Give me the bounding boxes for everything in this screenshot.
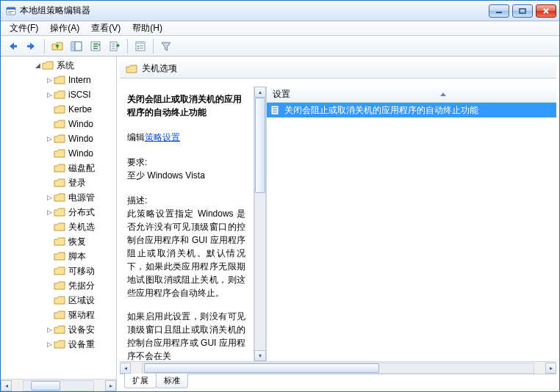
expander-expand-icon[interactable]: ▷ <box>45 208 54 216</box>
back-button[interactable] <box>4 37 21 55</box>
expander-expand-icon[interactable]: ▷ <box>45 76 54 84</box>
svg-rect-9 <box>71 42 75 51</box>
tree-item[interactable]: Windo <box>1 117 116 131</box>
scroll-left-button[interactable]: ◂ <box>1 380 12 391</box>
tree-label: 分布式 <box>68 206 95 219</box>
tree-item[interactable]: ▷分布式 <box>1 205 116 219</box>
tree-label: Kerbe <box>68 104 92 115</box>
folder-icon <box>54 178 65 188</box>
menu-action[interactable]: 操作(A) <box>44 21 85 36</box>
tree-label: 设备重 <box>68 338 95 351</box>
tree-label: Windo <box>68 134 93 144</box>
expander-expand-icon[interactable]: ▷ <box>45 135 54 142</box>
tree-item[interactable]: 登录 <box>1 175 116 190</box>
tree-item[interactable]: 磁盘配 <box>1 161 116 175</box>
menubar: 文件(F) 操作(A) 查看(V) 帮助(H) <box>1 21 559 36</box>
scroll-thumb[interactable] <box>255 98 265 193</box>
titlebar: 本地组策略编辑器 <box>1 1 559 21</box>
svg-rect-21 <box>273 109 277 111</box>
tree-label: 区域设 <box>68 294 95 307</box>
window-title: 本地组策略编辑器 <box>20 4 489 17</box>
filter-button[interactable] <box>157 37 175 55</box>
scroll-track[interactable] <box>142 363 534 374</box>
scroll-thumb[interactable] <box>31 381 60 391</box>
close-button[interactable] <box>536 4 556 18</box>
list-body[interactable]: 关闭会阻止或取消关机的应用程序的自动终止功能 <box>267 103 556 361</box>
tree-item[interactable]: ▷Intern <box>1 73 116 87</box>
show-hide-tree-button[interactable] <box>68 37 85 55</box>
tree-item[interactable]: 关机选 <box>1 219 116 234</box>
properties-button[interactable] <box>132 37 149 55</box>
maximize-button[interactable] <box>512 4 533 18</box>
menu-help[interactable]: 帮助(H) <box>126 21 168 36</box>
minimize-button[interactable] <box>489 4 509 18</box>
scroll-right-button[interactable]: ▸ <box>545 363 556 374</box>
tree-label: Windo <box>68 148 93 159</box>
menu-file[interactable]: 文件(F) <box>4 21 44 36</box>
tree-label: 凭据分 <box>68 280 95 292</box>
tree-label: 脚本 <box>68 250 86 263</box>
breadcrumb: 关机选项 <box>120 59 556 79</box>
description-paragraph-2: 如果启用此设置，则没有可见顶级窗口且阻止或取消关机的控制台应用程序或 GUI 应… <box>127 310 245 361</box>
tree-item[interactable]: 可移动 <box>1 264 116 278</box>
expander-expand-icon[interactable]: ▷ <box>45 91 54 98</box>
folder-icon <box>54 104 65 115</box>
forward-button[interactable] <box>23 37 40 55</box>
tree-item[interactable]: ▷Windo <box>1 131 116 146</box>
expander-collapse-icon[interactable]: ◢ <box>33 62 42 69</box>
tab-standard[interactable]: 标准 <box>156 374 188 388</box>
export-list-button[interactable] <box>106 37 123 55</box>
description-vertical-scrollbar[interactable]: ▴ ▾ <box>254 87 266 361</box>
edit-policy-link[interactable]: 策略设置 <box>145 132 180 142</box>
folder-icon <box>54 148 65 159</box>
scroll-track[interactable] <box>23 380 94 391</box>
tree-horizontal-scrollbar[interactable]: ◂ ▸ <box>1 379 116 391</box>
tree-item[interactable]: Kerbe <box>1 102 116 117</box>
folder-up-button[interactable] <box>49 37 66 55</box>
expander-expand-icon[interactable]: ▷ <box>45 326 54 333</box>
content-row: 关闭会阻止或取消关机的应用程序的自动终止功能 编辑策略设置 要求: 至少 Win… <box>120 86 556 361</box>
folder-icon <box>54 251 65 261</box>
tree-label: 系统 <box>57 59 74 72</box>
tree-item[interactable]: 凭据分 <box>1 278 116 293</box>
scroll-up-button[interactable]: ▴ <box>254 87 266 98</box>
folder-icon <box>54 90 65 100</box>
svg-rect-16 <box>140 46 143 46</box>
tree-item[interactable]: 驱动程 <box>1 308 116 322</box>
expander-expand-icon[interactable]: ▷ <box>45 341 54 348</box>
app-icon <box>5 5 17 17</box>
tree-label: Windo <box>68 119 93 129</box>
tree-item[interactable]: 区域设 <box>1 293 116 308</box>
tab-extended[interactable]: 扩展 <box>124 374 157 388</box>
folder-icon <box>54 339 65 349</box>
tree-scroll[interactable]: ◢ 系统 ▷Intern▷iSCSIKerbeWindo▷WindoWindo磁… <box>1 57 116 379</box>
scroll-right-button[interactable]: ▸ <box>105 380 116 391</box>
menu-view[interactable]: 查看(V) <box>85 21 126 36</box>
tree-item[interactable]: ▷设备重 <box>1 337 116 352</box>
expander-expand-icon[interactable]: ▷ <box>45 194 54 201</box>
tree-label: 关机选 <box>68 221 95 233</box>
tree-label: 登录 <box>68 177 86 189</box>
scroll-track[interactable] <box>254 98 266 350</box>
tree-item[interactable]: Windo <box>1 146 116 161</box>
tree-item[interactable]: 恢复 <box>1 234 116 249</box>
folder-icon <box>54 310 65 320</box>
refresh-list-icon <box>90 40 101 52</box>
list-row[interactable]: 关闭会阻止或取消关机的应用程序的自动终止功能 <box>267 103 556 117</box>
scroll-thumb[interactable] <box>144 363 379 373</box>
tree-item[interactable]: ▷设备安 <box>1 322 116 337</box>
folder-icon <box>54 280 65 291</box>
tree-label: iSCSI <box>68 90 91 100</box>
scroll-down-button[interactable]: ▾ <box>254 350 266 361</box>
tree-item[interactable]: ▷电源管 <box>1 190 116 205</box>
list-header[interactable]: 设置 <box>267 87 556 103</box>
svg-rect-6 <box>13 45 17 47</box>
scroll-left-button[interactable]: ◂ <box>120 363 131 374</box>
list-horizontal-scrollbar[interactable]: ◂ ▸ <box>120 361 556 374</box>
back-arrow-icon <box>6 40 19 52</box>
tree-label: 可移动 <box>68 265 95 277</box>
refresh-list-button[interactable] <box>87 37 104 55</box>
tree-item[interactable]: 脚本 <box>1 249 116 264</box>
tree-item-system[interactable]: ◢ 系统 <box>1 58 116 73</box>
tree-item[interactable]: ▷iSCSI <box>1 87 116 102</box>
